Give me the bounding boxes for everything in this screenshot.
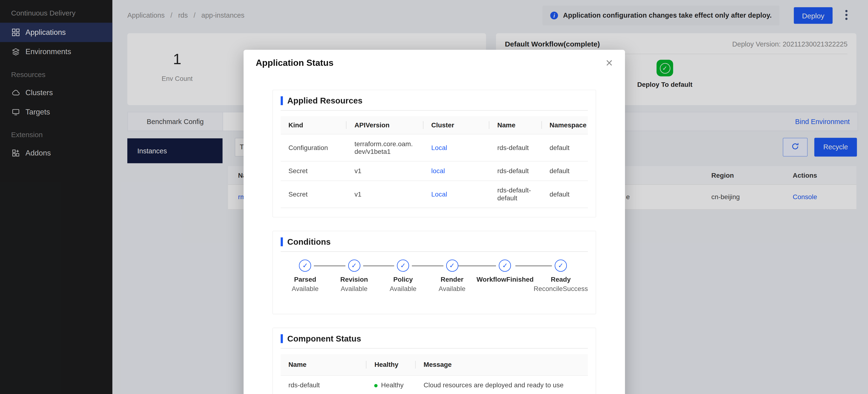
cluster-link[interactable]: local [431,167,445,175]
column-header-apiversion: APIVersion [347,116,424,134]
condition-step: ✓ Revision Available [330,260,378,293]
table-row: Secret v1 local rds-default default [281,161,588,181]
check-icon: ✓ [499,260,511,272]
accent-bar [281,334,283,343]
condition-step: ✓ Policy Available [379,260,428,293]
component-status-section: Component Status Name Healthy Message [272,328,596,394]
modal-header: Application Status × [244,50,625,76]
condition-step: ✓ Ready ReconcileSuccess [534,260,588,293]
condition-step: ✓ Render Available [428,260,476,293]
modal-title: Application Status [256,58,334,68]
column-header-message: Message [416,354,588,375]
accent-bar [281,237,283,246]
application-status-modal: Application Status × Applied Resources K… [244,50,625,394]
conditions-section: Conditions ✓ Parsed Available ✓ Revision… [272,231,596,314]
check-icon: ✓ [348,260,360,272]
viewport: Continuous Delivery Applications Environ… [0,0,868,394]
cluster-link[interactable]: Local [431,144,447,151]
column-header-healthy: Healthy [367,354,416,375]
section-title-applied-resources: Applied Resources [281,96,588,105]
check-icon: ✓ [555,260,567,272]
check-icon: ✓ [397,260,409,272]
component-status-table: Name Healthy Message rds-default Healthy… [281,354,588,394]
check-icon: ✓ [446,260,458,272]
section-title-conditions: Conditions [281,237,588,246]
check-icon: ✓ [299,260,311,272]
section-divider [281,110,588,111]
healthy-cell: Healthy [367,375,416,394]
conditions-stepper: ✓ Parsed Available ✓ Revision Available … [281,252,588,305]
screen: Continuous Delivery Applications Environ… [0,0,868,394]
accent-bar [281,96,283,105]
table-row: Secret v1 Local rds-default-default defa… [281,181,588,208]
column-header-name: Name [490,116,542,134]
modal-body: Applied Resources Kind APIVersion Cluste… [244,76,625,394]
column-header-name: Name [281,354,367,375]
condition-step: ✓ Parsed Available [281,260,330,293]
table-header-row: Kind APIVersion Cluster Name Namespace [281,116,588,134]
table-row: Configuration terraform.core.oam.dev/v1b… [281,134,588,161]
healthy-dot-icon [374,384,378,387]
table-row: rds-default Healthy Cloud resources are … [281,375,588,394]
column-header-kind: Kind [281,116,347,134]
section-divider [281,348,588,348]
close-icon[interactable]: × [606,57,613,69]
condition-step: ✓ WorkflowFinished [476,260,533,293]
column-header-namespace: Namespace [542,116,588,134]
applied-resources-section: Applied Resources Kind APIVersion Cluste… [272,90,596,217]
column-header-cluster: Cluster [424,116,490,134]
section-title-component-status: Component Status [281,334,588,343]
cluster-link[interactable]: Local [431,190,447,198]
applied-resources-table: Kind APIVersion Cluster Name Namespace C… [281,116,588,208]
table-header-row: Name Healthy Message [281,354,588,375]
